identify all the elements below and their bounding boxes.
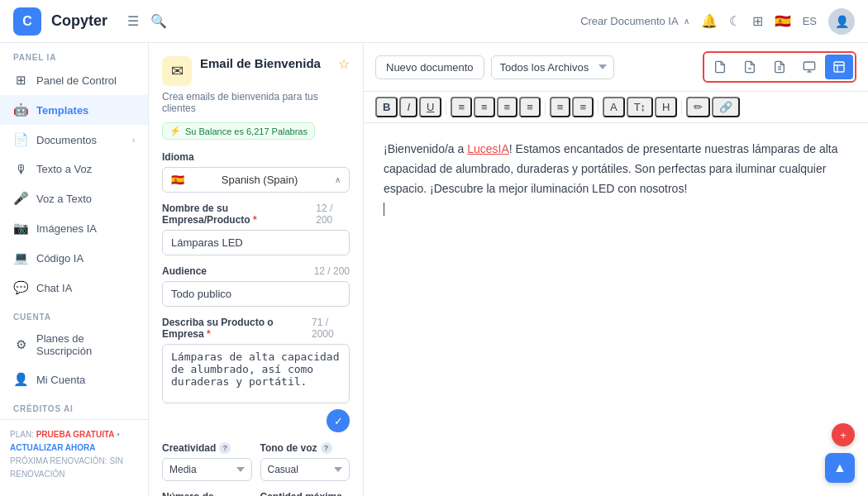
header-right: Crear Documento IA ∧ 🔔 ☾ ⊞ 🇪🇸 ES 👤 [580,8,855,35]
menu-icon[interactable]: ☰ [127,13,139,29]
tono-label: Tono de voz ? [260,442,351,454]
renovacion-text: PRÓXIMA RENOVACIÓN: SIN RENOVACIÓN [10,456,123,479]
creatividad-label: Creatividad ? [162,442,252,454]
chat-ia-icon: 💬 [13,280,28,295]
sidebar-item-documentos[interactable]: 📄 Documentos › [0,125,148,155]
editor-link[interactable]: LucesIA [467,142,509,155]
header-left-icons: ☰ 🔍 [127,13,167,29]
editor-content: ¡Bienvenido/a a LucesIA! Estamos encanta… [384,140,848,218]
heading-button[interactable]: H [655,97,677,117]
template-title: Email de Bienvenida [200,56,330,70]
separator: • [117,430,120,439]
sidebar-item-templates[interactable]: 🤖 Templates [0,95,148,125]
ordered-list-button[interactable]: ≡ [550,97,571,117]
idioma-section: Idioma 🇪🇸 Spanish (Spain) ∧ [162,151,350,193]
tono-select[interactable]: Casual [260,458,351,481]
moon-icon[interactable]: ☾ [729,13,741,29]
creatividad-info-icon[interactable]: ? [219,442,231,454]
font-size-button[interactable]: T↕ [627,97,653,117]
editor-toolbar: Nuevo documento Todos los Archivos [364,43,868,92]
app-name: Copyter [51,12,107,30]
dashboard-icon: ⊞ [13,73,28,88]
unordered-list-button[interactable]: ≡ [572,97,594,117]
font-color-button[interactable]: A [603,97,625,117]
template-type-icon: ✉ [162,56,192,86]
sidebar-item-chat-ia[interactable]: 💬 Chat IA [0,273,148,303]
sidebar-item-mi-cuenta[interactable]: 👤 Mi Cuenta [0,365,148,394]
sidebar-item-label: Planes de Suscripción [36,332,135,357]
link-button[interactable]: 🔗 [712,97,740,117]
doc-icon-4[interactable] [795,55,823,79]
user-avatar[interactable]: 👤 [828,8,855,35]
describe-textarea[interactable]: Lámparas de alta capacidad de alumbrado,… [162,344,350,403]
tono-info-icon[interactable]: ? [321,442,332,454]
editor-area[interactable]: ¡Bienvenido/a a LucesIA! Estamos encanta… [364,123,868,496]
doc-icon-2[interactable] [736,55,764,79]
sidebar-item-codigo-ia[interactable]: 💻 Código IA [0,243,148,273]
logo-icon[interactable]: C [13,7,41,36]
svg-rect-3 [804,62,814,69]
sidebar: PANEL IA ⊞ Panel de Control 🤖 Templates … [0,43,149,496]
sidebar-item-imagenes-ia[interactable]: 📷 Imágenes IA [0,213,148,243]
template-description: Crea emails de bienvenida para tus clien… [162,91,350,114]
code-ia-icon: 💻 [13,250,28,265]
format-divider-2 [545,100,546,115]
generate-icon-area: ✓ [162,409,350,432]
idioma-flag-icon: 🇪🇸 [171,174,184,186]
sidebar-item-texto-a-voz[interactable]: 🎙 Texto a Voz [0,155,148,184]
align-right-button[interactable]: ≡ [497,97,518,117]
idioma-value: Spanish (Spain) [222,174,298,186]
sidebar-item-label: Chat IA [36,282,135,294]
search-icon[interactable]: 🔍 [150,13,167,29]
creatividad-select[interactable]: Media [162,458,252,481]
audience-input[interactable] [162,281,350,307]
editor-paragraph: ¡Bienvenido/a a LucesIA! Estamos encanta… [384,140,848,198]
audience-char-count: 12 / 200 [314,265,350,277]
align-left-button[interactable]: ≡ [451,97,472,117]
format-divider-3 [598,100,599,115]
text-to-voice-icon: 🎙 [13,162,28,176]
all-files-select[interactable]: Todos los Archivos [491,55,614,79]
favorite-star-icon[interactable]: ☆ [338,56,350,72]
sidebar-item-panel-control[interactable]: ⊞ Panel de Control [0,65,148,95]
template-header: ✉ Email de Bienvenida ☆ [162,56,350,86]
doc-icon-3[interactable] [765,55,794,79]
sidebar-item-planes[interactable]: ⚙ Planes de Suscripción [0,325,148,365]
format-divider [446,100,446,115]
cuenta-label: CUENTA [0,303,148,325]
pen-button[interactable]: ✏ [686,97,710,117]
editor-panel: Nuevo documento Todos los Archivos [364,43,868,496]
nombre-input[interactable] [162,230,350,255]
doc-icon-1[interactable] [706,55,734,79]
bell-icon[interactable]: 🔔 [701,13,718,29]
audience-label: Audience 12 / 200 [162,265,350,277]
sidebar-item-label: Voz a Texto [36,193,135,205]
template-form-panel: ✉ Email de Bienvenida ☆ Crea emails de b… [149,43,364,496]
fab-notification-button[interactable]: + [832,423,855,446]
content-area: ✉ Email de Bienvenida ☆ Crea emails de b… [149,43,868,496]
doc-icon-5-active[interactable] [825,55,853,79]
bold-button[interactable]: B [375,97,398,117]
new-document-select[interactable]: Nuevo documento [375,55,484,79]
format-divider-4 [681,100,682,115]
chevron-up-icon: ∧ [335,175,341,184]
italic-button[interactable]: I [399,97,417,117]
actualizar-link[interactable]: ACTUALIZAR AHORA [10,443,96,452]
sidebar-item-voz-a-texto[interactable]: 🎤 Voz a Texto [0,184,148,213]
language-label[interactable]: ES [803,15,817,27]
describe-char-count: 71 / 2000 [312,317,350,340]
align-center-button[interactable]: ≡ [474,97,495,117]
align-justify-button[interactable]: ≡ [519,97,541,117]
flag-icon: 🇪🇸 [775,13,791,29]
editor-text-before-link: ¡Bienvenido/a a [384,142,467,155]
expand-icon[interactable]: ⊞ [752,13,763,29]
fab-scroll-top-button[interactable]: ▲ [825,453,855,483]
fab-container: + ▲ [825,423,855,483]
crear-documento-button[interactable]: Crear Documento IA ∧ [580,15,689,27]
idioma-select[interactable]: 🇪🇸 Spanish (Spain) ∧ [162,167,350,193]
sidebar-item-label: Código IA [36,252,135,265]
generate-button[interactable]: ✓ [327,409,350,432]
underline-button[interactable]: U [419,97,441,117]
chevron-up-icon: ∧ [684,17,689,26]
nombre-char-count: 12 / 200 [316,203,350,226]
